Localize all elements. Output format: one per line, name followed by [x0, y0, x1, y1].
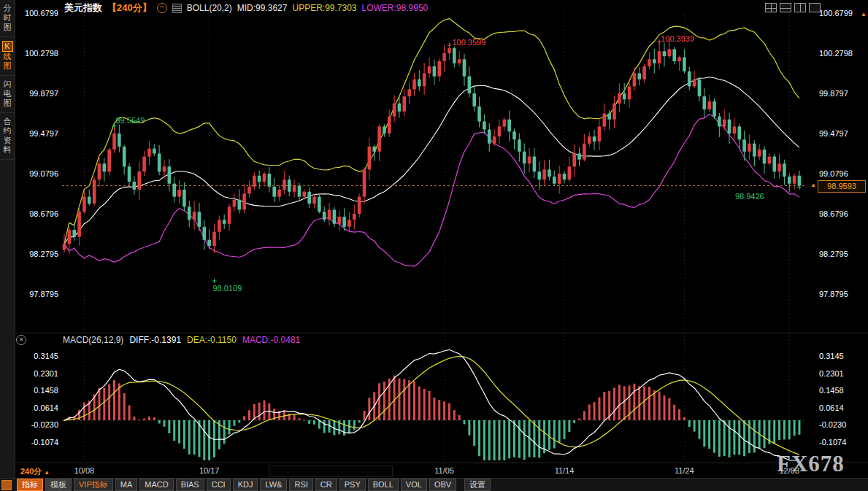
- candlestick-chart[interactable]: [0, 0, 868, 491]
- vsplit-layout-icon[interactable]: [794, 3, 806, 12]
- indicator-toolbar: 指标模板VIP指标MAMACDBIASCCIKDJLW&RSICRPSYBOLL…: [0, 478, 868, 491]
- remove-indicator-icon[interactable]: ✕: [16, 335, 26, 345]
- sidebar-tab-k-line-chart[interactable]: K线图: [0, 37, 15, 76]
- price-axis-label-left-5: 98.6796: [19, 209, 58, 218]
- sidebar-tab-char: 图: [4, 98, 12, 108]
- current-price-value: 98.9593: [827, 182, 856, 190]
- macd-axis-label-left-4: -0.0230: [19, 420, 58, 429]
- macd-diff-value: DIFF:-0.1391: [129, 335, 181, 345]
- toolbar-button-template[interactable]: 模板: [45, 479, 72, 491]
- single-layout-icon[interactable]: [809, 3, 821, 12]
- window-layout-icons: [765, 3, 821, 12]
- price-annotation-99.5549: 99.5549: [116, 116, 145, 125]
- price-annotation-100.3599: 100.3599: [452, 38, 485, 47]
- sidebar-tab-char: 分: [4, 4, 12, 13]
- toolbar-button-boll[interactable]: BOLL: [368, 479, 399, 491]
- date-tick-10/08: 10/08: [69, 466, 99, 475]
- price-axis-label-left-1: 100.2798: [19, 49, 58, 58]
- toolbar-button-vol[interactable]: VOL: [401, 479, 427, 491]
- date-tick-11/14: 11/14: [550, 466, 579, 475]
- horizontal-scrollbar[interactable]: [269, 465, 393, 477]
- toolbar-button-psy[interactable]: PSY: [339, 479, 366, 491]
- macd-axis-label-right-3: 0.0614: [819, 403, 863, 412]
- boll-upper-value: UPPER:99.7303: [292, 3, 356, 13]
- macd-axis-label-right-0: 0.3145: [819, 352, 863, 360]
- price-axis-label-right-7: 97.8795: [819, 290, 863, 298]
- price-axis-label-right-1: 100.2798: [819, 49, 863, 58]
- sidebar: 分时图K线图闪电图合约资料: [0, 0, 15, 478]
- sidebar-tab-char: 图: [4, 23, 12, 32]
- price-annotation-100.3939: 100.3939: [661, 34, 694, 43]
- period-tag: 【240分】: [107, 1, 152, 15]
- sidebar-tab-char: 约: [4, 126, 12, 136]
- trading-app: 分时图K线图闪电图合约资料 美元指数 【240分】 − BOLL(20,2) M…: [0, 0, 868, 491]
- price-annotation-98.0109: 98.0109: [213, 284, 242, 293]
- sidebar-tab-char: 时: [4, 13, 12, 23]
- toolbar-button-kdj[interactable]: KDJ: [233, 479, 258, 491]
- price-axis-label-left-4: 99.0796: [19, 169, 58, 178]
- macd-axis-label-right-2: 0.1458: [819, 386, 863, 395]
- boll-indicator-icon: [172, 4, 182, 13]
- chart-header: 美元指数 【240分】 − BOLL(20,2) MID:99.3627 UPP…: [64, 2, 428, 14]
- price-axis-label-right-0: 100.6799: [819, 9, 863, 18]
- current-price-tag: 98.9593: [818, 180, 866, 193]
- toolbar-button-rsi[interactable]: RSI: [289, 479, 312, 491]
- macd-axis-label-left-0: 0.3145: [19, 352, 58, 360]
- macd-hist-value: MACD:-0.0481: [242, 335, 300, 345]
- quad-layout-icon[interactable]: [765, 3, 777, 12]
- boll-mid-value: MID:99.3627: [237, 3, 288, 13]
- price-axis-label-left-2: 99.8797: [19, 89, 58, 98]
- sidebar-tab-char: 图: [4, 61, 12, 71]
- toolbar-button-macd[interactable]: MACD: [139, 479, 173, 491]
- toolbar-button-ma[interactable]: MA: [115, 479, 138, 491]
- sidebar-tab-char: 料: [4, 145, 12, 155]
- macd-axis-label-left-2: 0.1458: [19, 386, 58, 395]
- icon-line: [800, 4, 801, 12]
- date-tick-10/17: 10/17: [195, 466, 224, 475]
- sidebar-tab-flash-chart[interactable]: 闪电图: [0, 76, 15, 113]
- price-up-arrow-icon: ▲: [810, 182, 816, 188]
- price-axis-label-right-3: 99.4797: [819, 129, 863, 138]
- macd-axis-label-left-3: 0.0614: [19, 403, 58, 412]
- sidebar-tab-contract-info[interactable]: 合约资料: [0, 113, 15, 160]
- collapse-indicator-icon[interactable]: −: [157, 3, 167, 13]
- macd-axis-label-left-1: 0.2301: [19, 369, 58, 378]
- toolbar-button-cr[interactable]: CR: [315, 479, 337, 491]
- toolbar-button-lwr[interactable]: LW&: [260, 479, 287, 491]
- sidebar-tab-char: 线: [4, 52, 12, 61]
- price-axis-label-left-7: 97.8795: [19, 290, 58, 298]
- price-axis-label-right-2: 99.8797: [819, 89, 863, 98]
- hsplit-layout-icon[interactable]: [780, 3, 791, 12]
- instrument-title: 美元指数: [64, 1, 102, 15]
- macd-dea-value: DEA:-0.1150: [187, 335, 237, 345]
- toolbar-button-obv[interactable]: OBV: [429, 479, 456, 491]
- footer-menu-icon[interactable]: [1, 480, 12, 490]
- axis-top-arrow-icon[interactable]: ▲: [861, 12, 867, 18]
- toolbar-button-bias[interactable]: BIAS: [176, 479, 204, 491]
- watermark: FX678: [777, 451, 845, 477]
- toolbar-button-cci[interactable]: CCI: [207, 479, 231, 491]
- toolbar-button-indicator[interactable]: 指标: [17, 479, 43, 491]
- macd-axis-label-left-5: -0.1074: [19, 438, 58, 446]
- price-annotation-98.9426: 98.9426: [735, 192, 764, 201]
- price-axis-label-right-4: 99.0796: [819, 169, 863, 178]
- timeframe-arrow-icon: ▲: [44, 469, 50, 476]
- date-tick-11/24: 11/24: [669, 466, 699, 475]
- icon-line: [780, 8, 791, 9]
- toolbar-button-vip-indicator[interactable]: VIP指标: [74, 479, 113, 491]
- toolbar-button-settings[interactable]: 设置: [464, 479, 491, 491]
- sidebar-tab-char: 合: [4, 117, 12, 126]
- macd-label: MACD(26,12,9): [63, 335, 123, 345]
- price-axis-label-right-6: 98.2795: [819, 250, 863, 258]
- boll-lower-value: LOWER:98.9950: [362, 3, 429, 13]
- macd-header: ✕ MACD(26,12,9) DIFF:-0.1391 DEA:-0.1150…: [16, 335, 300, 345]
- date-tick-11/05: 11/05: [430, 466, 459, 475]
- boll-label: BOLL(20,2): [187, 3, 232, 13]
- sidebar-tab-time-chart[interactable]: 分时图: [0, 0, 15, 37]
- sidebar-tab-char: K: [2, 41, 13, 52]
- price-axis-label-left-6: 98.2795: [19, 250, 58, 258]
- timeframe-label[interactable]: 240分▲: [20, 466, 50, 477]
- sidebar-tab-char: 电: [4, 89, 12, 98]
- price-axis-label-left-3: 99.4797: [19, 129, 58, 138]
- price-axis-label-right-5: 98.6796: [819, 209, 863, 218]
